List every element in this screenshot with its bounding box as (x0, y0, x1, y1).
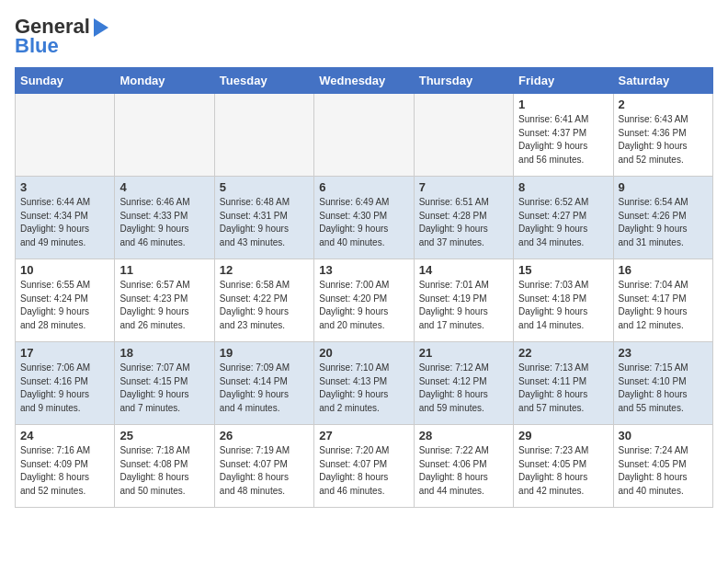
day-info: Sunrise: 6:52 AM Sunset: 4:27 PM Dayligh… (518, 196, 608, 249)
calendar-day: 18Sunrise: 7:07 AM Sunset: 4:15 PM Dayli… (115, 342, 214, 425)
day-number: 16 (619, 263, 708, 277)
calendar-day: 19Sunrise: 7:09 AM Sunset: 4:14 PM Dayli… (214, 342, 313, 425)
calendar-day: 5Sunrise: 6:48 AM Sunset: 4:31 PM Daylig… (214, 177, 313, 259)
calendar-day: 13Sunrise: 7:00 AM Sunset: 4:20 PM Dayli… (314, 259, 414, 342)
day-info: Sunrise: 6:48 AM Sunset: 4:31 PM Dayligh… (220, 196, 309, 249)
calendar-day (314, 94, 414, 177)
day-number: 3 (20, 180, 109, 194)
day-number: 6 (319, 180, 408, 194)
day-info: Sunrise: 7:16 AM Sunset: 4:09 PM Dayligh… (20, 444, 109, 498)
calendar-day: 22Sunrise: 7:13 AM Sunset: 4:11 PM Dayli… (514, 342, 613, 425)
calendar-day: 15Sunrise: 7:03 AM Sunset: 4:18 PM Dayli… (514, 259, 613, 342)
calendar-day (214, 94, 313, 177)
day-number: 23 (619, 346, 708, 360)
calendar-day (115, 94, 214, 177)
calendar-day: 21Sunrise: 7:12 AM Sunset: 4:12 PM Dayli… (414, 342, 513, 425)
calendar-week-row: 24Sunrise: 7:16 AM Sunset: 4:09 PM Dayli… (16, 425, 713, 508)
weekday-header: Thursday (414, 68, 513, 94)
day-info: Sunrise: 7:13 AM Sunset: 4:11 PM Dayligh… (518, 362, 608, 415)
day-number: 1 (518, 98, 608, 111)
calendar-day (16, 94, 115, 177)
day-number: 26 (220, 429, 309, 442)
header-row: SundayMondayTuesdayWednesdayThursdayFrid… (16, 68, 713, 94)
day-number: 19 (220, 346, 309, 360)
day-info: Sunrise: 7:22 AM Sunset: 4:06 PM Dayligh… (419, 444, 508, 498)
day-info: Sunrise: 7:07 AM Sunset: 4:15 PM Dayligh… (119, 362, 209, 415)
day-number: 28 (419, 429, 508, 442)
calendar-day: 29Sunrise: 7:23 AM Sunset: 4:05 PM Dayli… (514, 425, 613, 508)
day-number: 7 (419, 180, 508, 194)
weekday-header: Saturday (613, 68, 712, 94)
logo: General Blue (15, 15, 108, 58)
calendar-day: 20Sunrise: 7:10 AM Sunset: 4:13 PM Dayli… (314, 342, 414, 425)
day-info: Sunrise: 6:41 AM Sunset: 4:37 PM Dayligh… (518, 113, 608, 167)
day-info: Sunrise: 6:44 AM Sunset: 4:34 PM Dayligh… (20, 196, 109, 249)
page-header: General Blue (15, 15, 713, 58)
day-info: Sunrise: 7:24 AM Sunset: 4:05 PM Dayligh… (619, 444, 708, 498)
calendar-day: 8Sunrise: 6:52 AM Sunset: 4:27 PM Daylig… (514, 177, 613, 259)
day-info: Sunrise: 7:18 AM Sunset: 4:08 PM Dayligh… (119, 444, 209, 498)
weekday-header: Friday (514, 68, 613, 94)
day-number: 9 (619, 180, 708, 194)
day-number: 4 (119, 180, 209, 194)
day-number: 8 (518, 180, 608, 194)
day-info: Sunrise: 6:51 AM Sunset: 4:28 PM Dayligh… (419, 196, 508, 249)
weekday-header: Sunday (16, 68, 115, 94)
calendar-day: 10Sunrise: 6:55 AM Sunset: 4:24 PM Dayli… (16, 259, 115, 342)
day-info: Sunrise: 6:46 AM Sunset: 4:33 PM Dayligh… (119, 196, 209, 249)
calendar-day: 28Sunrise: 7:22 AM Sunset: 4:06 PM Dayli… (414, 425, 513, 508)
calendar-day: 16Sunrise: 7:04 AM Sunset: 4:17 PM Dayli… (613, 259, 712, 342)
calendar-day: 7Sunrise: 6:51 AM Sunset: 4:28 PM Daylig… (414, 177, 513, 259)
day-number: 27 (319, 429, 408, 442)
day-info: Sunrise: 6:49 AM Sunset: 4:30 PM Dayligh… (319, 196, 408, 249)
calendar-day (414, 94, 513, 177)
day-number: 15 (518, 263, 608, 277)
day-number: 2 (619, 98, 708, 111)
calendar-day: 14Sunrise: 7:01 AM Sunset: 4:19 PM Dayli… (414, 259, 513, 342)
day-number: 29 (518, 429, 608, 442)
day-info: Sunrise: 6:43 AM Sunset: 4:36 PM Dayligh… (619, 113, 708, 167)
logo-blue: Blue (15, 34, 108, 58)
calendar-day: 24Sunrise: 7:16 AM Sunset: 4:09 PM Dayli… (16, 425, 115, 508)
calendar-week-row: 3Sunrise: 6:44 AM Sunset: 4:34 PM Daylig… (16, 177, 713, 259)
day-info: Sunrise: 7:15 AM Sunset: 4:10 PM Dayligh… (619, 362, 708, 415)
day-info: Sunrise: 7:06 AM Sunset: 4:16 PM Dayligh… (20, 362, 109, 415)
calendar-day: 12Sunrise: 6:58 AM Sunset: 4:22 PM Dayli… (214, 259, 313, 342)
day-info: Sunrise: 7:20 AM Sunset: 4:07 PM Dayligh… (319, 444, 408, 498)
day-info: Sunrise: 6:54 AM Sunset: 4:26 PM Dayligh… (619, 196, 708, 249)
day-number: 25 (119, 429, 209, 442)
weekday-header: Wednesday (314, 68, 414, 94)
day-number: 30 (619, 429, 708, 442)
day-info: Sunrise: 6:58 AM Sunset: 4:22 PM Dayligh… (220, 279, 309, 332)
day-info: Sunrise: 6:55 AM Sunset: 4:24 PM Dayligh… (20, 279, 109, 332)
calendar-day: 2Sunrise: 6:43 AM Sunset: 4:36 PM Daylig… (613, 94, 712, 177)
calendar-week-row: 17Sunrise: 7:06 AM Sunset: 4:16 PM Dayli… (16, 342, 713, 425)
calendar-table: SundayMondayTuesdayWednesdayThursdayFrid… (15, 67, 713, 508)
day-info: Sunrise: 7:12 AM Sunset: 4:12 PM Dayligh… (419, 362, 508, 415)
calendar-day: 11Sunrise: 6:57 AM Sunset: 4:23 PM Dayli… (115, 259, 214, 342)
calendar-day: 30Sunrise: 7:24 AM Sunset: 4:05 PM Dayli… (613, 425, 712, 508)
calendar-day: 26Sunrise: 7:19 AM Sunset: 4:07 PM Dayli… (214, 425, 313, 508)
calendar-day: 27Sunrise: 7:20 AM Sunset: 4:07 PM Dayli… (314, 425, 414, 508)
day-info: Sunrise: 7:03 AM Sunset: 4:18 PM Dayligh… (518, 279, 608, 332)
calendar-week-row: 10Sunrise: 6:55 AM Sunset: 4:24 PM Dayli… (16, 259, 713, 342)
day-number: 17 (20, 346, 109, 360)
weekday-header: Tuesday (214, 68, 313, 94)
day-info: Sunrise: 7:00 AM Sunset: 4:20 PM Dayligh… (319, 279, 408, 332)
calendar-day: 9Sunrise: 6:54 AM Sunset: 4:26 PM Daylig… (613, 177, 712, 259)
day-number: 13 (319, 263, 408, 277)
calendar-day: 3Sunrise: 6:44 AM Sunset: 4:34 PM Daylig… (16, 177, 115, 259)
weekday-header: Monday (115, 68, 214, 94)
day-info: Sunrise: 7:04 AM Sunset: 4:17 PM Dayligh… (619, 279, 708, 332)
day-number: 24 (20, 429, 109, 442)
day-number: 21 (419, 346, 508, 360)
calendar-day: 4Sunrise: 6:46 AM Sunset: 4:33 PM Daylig… (115, 177, 214, 259)
day-number: 11 (119, 263, 209, 277)
day-info: Sunrise: 7:09 AM Sunset: 4:14 PM Dayligh… (220, 362, 309, 415)
calendar-day: 17Sunrise: 7:06 AM Sunset: 4:16 PM Dayli… (16, 342, 115, 425)
day-number: 10 (20, 263, 109, 277)
day-info: Sunrise: 7:10 AM Sunset: 4:13 PM Dayligh… (319, 362, 408, 415)
day-number: 20 (319, 346, 408, 360)
day-info: Sunrise: 7:23 AM Sunset: 4:05 PM Dayligh… (518, 444, 608, 498)
calendar-week-row: 1Sunrise: 6:41 AM Sunset: 4:37 PM Daylig… (16, 94, 713, 177)
